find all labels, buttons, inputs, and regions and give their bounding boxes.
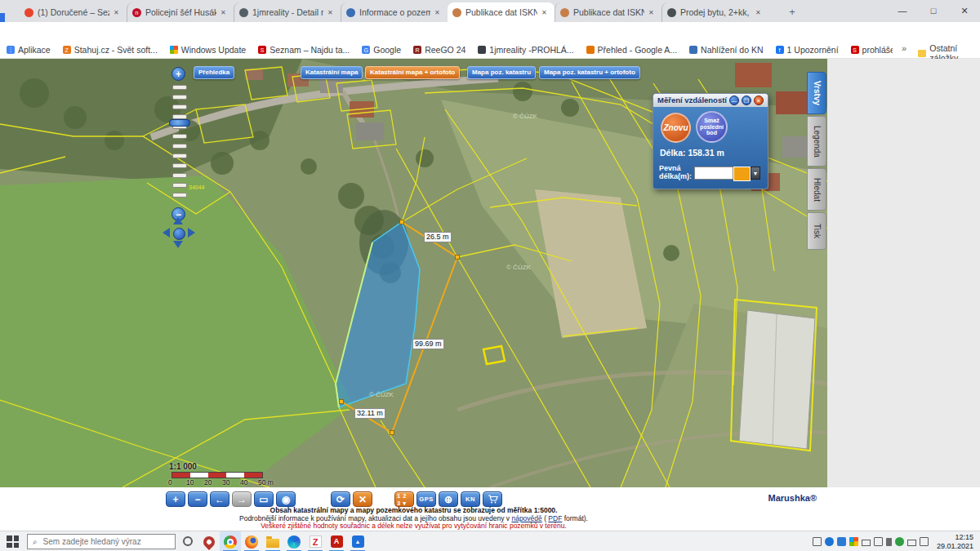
photos-app-icon[interactable]: ▲ [347,531,368,551]
dialog-minimize-icon[interactable]: — [729,96,739,105]
volume-icon[interactable] [862,540,871,546]
map-layer-button[interactable]: Katastrální mapa + ortofoto [365,66,460,79]
cortana-icon[interactable] [183,536,193,546]
explorer-app-icon[interactable] [262,531,283,551]
browser-tab[interactable]: nPolicejní šéf Husák je ve vážném✕ [127,2,234,22]
firefox-app-icon[interactable] [241,531,262,551]
cancel-button[interactable]: ✕ [353,491,372,507]
measure-button[interactable]: 1 2 3 ▾ [394,491,414,507]
tab-close-icon[interactable]: ✕ [327,9,336,16]
start-button[interactable] [7,535,19,548]
map-panel-tab-vrstvy[interactable]: Vrstvy [807,72,826,114]
zoom-slider-notch[interactable] [172,85,187,90]
bookmark-item[interactable]: SSeznam – Najdu ta... [258,45,350,55]
gps-button[interactable]: GPS [416,491,436,507]
help-link[interactable]: nápovědě [511,514,541,522]
tab-close-icon[interactable]: ✕ [114,9,122,16]
line-color-swatch[interactable] [733,167,751,181]
measure-again-button[interactable]: Znovu [661,113,691,143]
bookmark-item[interactable]: f1 Upozornění [776,45,839,55]
bookmark-item[interactable]: ⋮Aplikace [7,45,51,55]
map-layer-button[interactable]: Mapa poz. katastru [467,66,536,79]
zoom-slider-notch[interactable] [172,95,187,100]
volume2-icon[interactable] [920,537,929,546]
tab-close-icon[interactable]: ✕ [220,9,229,16]
new-tab-button[interactable]: + [784,4,800,20]
map-panel-tab-legenda[interactable]: Legenda [807,116,826,167]
acrobat-app-icon[interactable]: A [326,531,347,551]
zoom-slider-handle[interactable] [169,119,190,127]
map-layer-button[interactable]: Katastrální mapa [301,66,363,79]
dialog-restore-icon[interactable]: ❐ [742,96,751,105]
kn-button[interactable]: KN [461,491,480,507]
pan-center-icon[interactable] [173,228,185,240]
maps-app-icon[interactable] [198,531,220,551]
zoom-out-button[interactable]: − [188,491,207,507]
bookmark-item[interactable]: Sprohlášení vlastníka... [851,45,893,55]
pan-down-icon[interactable] [173,241,183,248]
bookmarks-overflow-icon[interactable]: » [902,43,906,53]
bookmark-item[interactable]: Přehled - Google A... [586,45,677,55]
window-minimize-button[interactable]: — [887,0,918,22]
map-panel-tab-hledat[interactable]: Hledat [807,168,826,211]
map-canvas[interactable]: 34044© ČÚZK© ČÚZK© ČÚZK PřehledkaKatastr… [0,59,827,487]
delete-last-point-button[interactable]: Smaž poslední bod [696,111,728,143]
browser-tab[interactable]: Publikace dat ISKN - 0s :171ms, 1✕ [555,2,662,22]
locate-button[interactable]: ⊕ [439,491,458,507]
zoom-slider-notch[interactable] [172,163,187,168]
fixed-length-input[interactable] [694,167,733,180]
tab-close-icon[interactable]: ✕ [648,9,657,16]
zoom-slider-notch[interactable] [172,183,187,188]
zoom-in-icon[interactable]: + [172,67,185,81]
browser-tab[interactable]: Prodej bytu, 2+kk, 55,4 m² | Byty✕ [662,2,768,22]
browser-tab[interactable]: 1jmreality - Detail nabídky - Pro✕ [234,2,341,22]
network-icon[interactable] [907,540,916,546]
zoom-in-button[interactable]: + [166,491,185,507]
overview-button[interactable]: ◉ [276,491,296,507]
browser-tab[interactable]: (1) Doručené – Seznam Email✕ [20,2,127,22]
color-dropdown-icon[interactable]: ▼ [751,167,760,180]
usb-icon[interactable] [886,538,892,546]
pan-right-icon[interactable] [188,228,195,238]
window-close-button[interactable]: ✕ [949,0,980,22]
cart-button[interactable] [483,491,502,507]
history-back-button[interactable]: ← [210,491,229,507]
chrome-app-icon[interactable] [220,531,241,551]
taskbar-search[interactable]: ⌕ [27,534,176,549]
taskbar-clock[interactable]: 12:15 29.01.2021 [931,533,973,550]
zoom-slider-notch[interactable] [172,153,187,158]
browser-tab[interactable]: Publikace dat ISKN - 0s :93ms, 1✕ [448,2,555,22]
bookmark-item[interactable]: Nahlížení do KN [689,45,763,55]
snipping-icon[interactable] [837,537,846,546]
antivirus-icon[interactable] [895,537,904,546]
onedrive-icon[interactable] [874,537,883,546]
taskbar-search-input[interactable] [42,536,159,547]
tab-close-icon[interactable]: ✕ [434,9,443,16]
bookmark-item[interactable]: RReeGO 24 [413,45,466,55]
window-maximize-button[interactable]: □ [918,0,949,22]
bookmark-item[interactable]: Windows Update [170,45,246,55]
map-layer-button[interactable]: Přehledka [194,66,234,79]
zoom-slider-notch[interactable] [172,173,187,178]
zoom-slider-notch[interactable] [172,144,187,149]
tab-close-icon[interactable]: ✕ [755,9,764,16]
bookmark-item[interactable]: GGoogle [362,45,401,55]
browser-tab[interactable]: Informace o pozemku | Nahlížen✕ [341,2,448,22]
zoom-slider-notch[interactable] [172,134,187,139]
refresh-button[interactable]: ⟳ [331,491,350,507]
dialog-close-icon[interactable]: ✕ [754,96,764,105]
edge-app-icon[interactable] [283,531,305,551]
pan-left-icon[interactable] [163,228,170,238]
zoner-app-icon[interactable]: Z [305,531,326,551]
zoom-window-button[interactable]: ▭ [254,491,274,507]
bookmark-item[interactable]: ZStahuj.cz - Svět soft... [63,45,158,55]
tab-close-icon[interactable]: ✕ [541,9,550,16]
tablet-mode-icon[interactable] [813,537,822,546]
defender-icon[interactable] [849,537,858,546]
history-forward-button[interactable]: → [232,491,252,507]
pdf-link[interactable]: PDF [548,514,562,522]
bookmark-item[interactable]: 1jmreality -PROHLÁ... [478,45,573,55]
zoom-slider-notch[interactable] [172,104,187,109]
zoom-slider-notch[interactable] [172,193,187,198]
map-layer-button[interactable]: Mapa poz. katastru + ortofoto [539,66,640,79]
